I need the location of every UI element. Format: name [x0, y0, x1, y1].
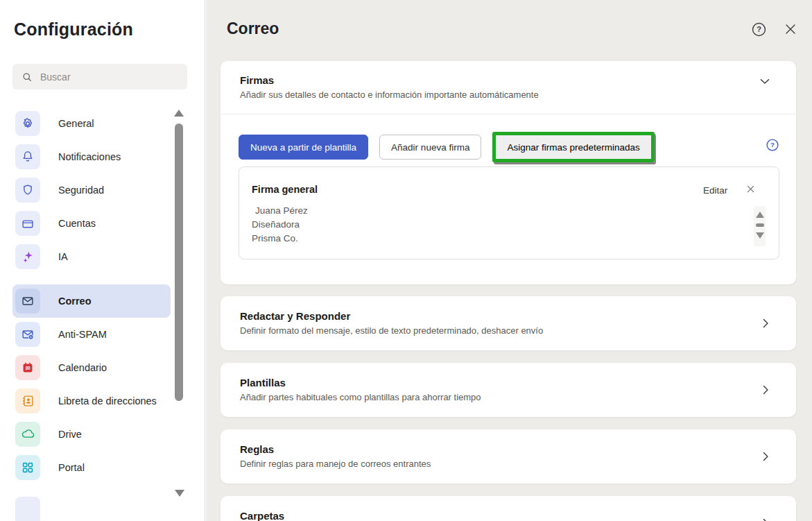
sidebar-scrollbar-down[interactable]	[174, 490, 185, 497]
signature-line: Diseñadora	[252, 218, 308, 232]
sidebar-item-portal[interactable]: Portal	[12, 451, 171, 484]
highlight-annotation-box: Asignar firmas predeterminadas	[492, 132, 654, 162]
sidebar-item-label: Drive	[58, 429, 82, 440]
section-title: Reglas	[240, 443, 748, 455]
signature-body: Juana Pérez Diseñadora Prisma Co.	[252, 204, 308, 246]
sidebar-item-calendario[interactable]: 30 Calendario	[12, 351, 171, 384]
sidebar-item-label: Libreta de direcciones	[58, 395, 157, 407]
new-from-template-button[interactable]: Nueva a partir de plantilla	[239, 135, 368, 160]
sidebar-title: Configuración	[14, 19, 133, 40]
chevron-right-icon	[759, 316, 772, 330]
signatures-help-icon[interactable]: ?	[765, 137, 780, 153]
settings-sidebar: Configuración General	[0, 0, 205, 521]
sidebar-item-label: General	[58, 118, 94, 129]
scrollbar-thumb[interactable]	[756, 223, 764, 227]
sidebar-item-ia[interactable]: IA	[12, 240, 171, 273]
section-title: Firmas	[240, 74, 754, 86]
redactar-section-card[interactable]: Redactar y Responder Definir formato del…	[221, 296, 796, 350]
cloud-icon	[15, 422, 40, 447]
signature-scrollbar[interactable]	[754, 206, 766, 246]
page-title: Correo	[227, 19, 279, 38]
carpetas-section-card[interactable]: Carpetas	[221, 496, 796, 521]
sidebar-item-drive[interactable]: Drive	[12, 418, 171, 451]
chevron-right-icon	[759, 516, 772, 521]
add-new-signature-button[interactable]: Añadir nueva firma	[379, 135, 481, 160]
sidebar-item-label: Portal	[58, 462, 85, 473]
bell-icon	[15, 144, 40, 169]
apps-grid-icon	[15, 455, 40, 480]
section-title: Plantillas	[240, 377, 748, 388]
briefcase-icon	[15, 211, 40, 236]
settings-window: Configuración General	[0, 0, 812, 521]
question-circle-icon[interactable]: ?	[750, 20, 768, 38]
search-icon	[21, 71, 33, 83]
sidebar-item-general[interactable]: General	[12, 107, 171, 140]
scroll-up-arrow-icon[interactable]	[756, 212, 764, 218]
signature-name: Firma general	[252, 184, 318, 195]
sparkles-icon	[15, 244, 40, 269]
sidebar-item-seguridad[interactable]: Seguridad	[12, 173, 171, 207]
sidebar-item-label: Notificaciones	[58, 151, 121, 162]
mail-blocked-icon	[15, 322, 40, 347]
sidebar-item-correo[interactable]: Correo	[12, 284, 171, 318]
scroll-down-arrow-icon[interactable]	[175, 490, 184, 497]
remove-signature-icon[interactable]	[745, 184, 756, 194]
search-box[interactable]	[12, 64, 187, 89]
sidebar-item-cuentas[interactable]: Cuentas	[12, 207, 171, 240]
scrollbar-thumb[interactable]	[175, 123, 183, 401]
sidebar-item-label: IA	[58, 251, 68, 262]
assign-default-signatures-button[interactable]: Asignar firmas predeterminadas	[496, 135, 650, 159]
sidebar-item-notificaciones[interactable]: Notificaciones	[12, 140, 171, 173]
edit-signature-button[interactable]: Editar	[703, 185, 727, 196]
signature-line: Prisma Co.	[252, 232, 308, 246]
partial-nav-icon	[15, 497, 40, 521]
sidebar-item-label: Seguridad	[58, 185, 104, 196]
gear-icon	[15, 111, 40, 136]
sidebar-scrollbar[interactable]	[173, 107, 184, 502]
search-input[interactable]	[40, 71, 165, 83]
scroll-up-arrow-icon[interactable]	[174, 110, 184, 117]
sidebar-item-label: Anti-SPAM	[58, 329, 107, 340]
calendar-icon: 30	[15, 355, 40, 380]
shield-icon	[15, 178, 40, 203]
sidebar-item-label: Correo	[58, 296, 92, 307]
plantillas-section-card[interactable]: Plantillas Añadir partes habituales como…	[221, 363, 796, 417]
section-subtitle: Añadir partes habituales como plantillas…	[240, 392, 748, 402]
section-title: Carpetas	[240, 510, 748, 521]
mail-icon	[15, 289, 40, 314]
sidebar-item-label: Calendario	[58, 362, 107, 373]
close-icon[interactable]	[781, 20, 800, 38]
section-subtitle: Definir formato del mensaje, estilo de t…	[240, 325, 748, 336]
sidebar-item-anti-spam[interactable]: Anti-SPAM	[12, 318, 171, 351]
svg-text:?: ?	[770, 141, 775, 148]
section-subtitle: Definir reglas para manejo de correos en…	[240, 459, 748, 469]
chevron-right-icon	[759, 383, 772, 397]
section-title: Redactar y Responder	[240, 310, 748, 322]
scroll-down-arrow-icon[interactable]	[756, 232, 764, 239]
svg-text:?: ?	[757, 25, 761, 33]
chevron-down-icon[interactable]	[756, 72, 774, 90]
divider	[221, 114, 796, 114]
firmas-card: Firmas Añadir sus detalles de contacto e…	[221, 61, 796, 284]
signature-line: Juana Pérez	[252, 204, 308, 218]
sidebar-item-label: Cuentas	[58, 218, 96, 229]
section-subtitle: Añadir sus detalles de contacto e inform…	[240, 89, 754, 100]
svg-text:30: 30	[25, 366, 31, 370]
reglas-section-card[interactable]: Reglas Definir reglas para manejo de cor…	[221, 429, 796, 484]
chevron-right-icon	[759, 450, 772, 463]
signature-item-card: Firma general Editar Juana Pérez Diseñad…	[239, 166, 779, 259]
sidebar-item-libreta[interactable]: Libreta de direcciones	[12, 384, 171, 418]
settings-main-panel: Correo ? Firmas Añadir sus detalles de c…	[206, 0, 812, 521]
address-book-icon	[15, 388, 40, 413]
